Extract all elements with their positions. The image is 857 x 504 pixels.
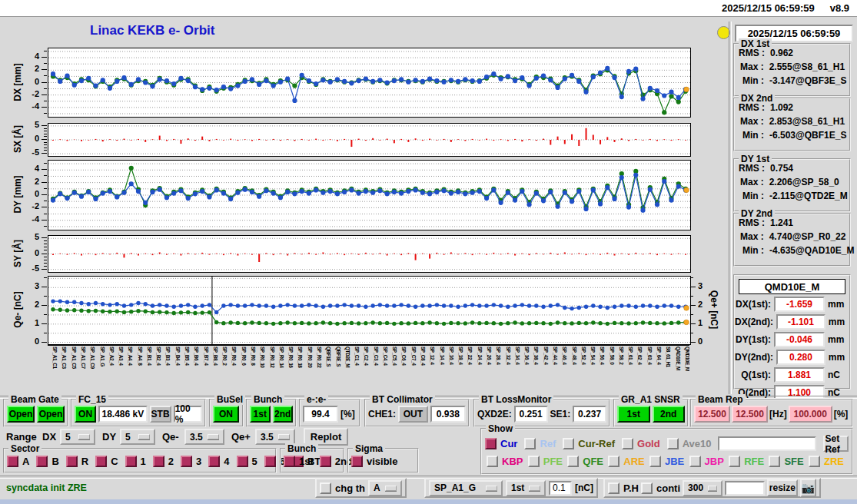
- checkbox-indicator[interactable]: [320, 482, 331, 494]
- checkbox-indicator[interactable]: [264, 456, 276, 467]
- show-checkbox-jbp[interactable]: JBP: [689, 456, 724, 467]
- show-checkbox-sfe[interactable]: SFE: [769, 456, 803, 467]
- checkbox-indicator[interactable]: [567, 456, 579, 467]
- bunch-1st-button[interactable]: 1st: [250, 406, 271, 423]
- checkbox-indicator[interactable]: [125, 456, 137, 467]
- chg-th-checkbox[interactable]: chg th: [320, 482, 365, 494]
- dy-1st-max: Max :2.206@SP_58_0: [740, 177, 849, 187]
- checkbox-indicator[interactable]: [528, 456, 540, 467]
- camera-button[interactable]: 📷: [800, 479, 816, 497]
- bpm-label: SP_36_4: [524, 346, 530, 364]
- fc15-stb-button[interactable]: STB: [150, 406, 171, 423]
- chg-th-dropdown[interactable]: A: [368, 480, 402, 496]
- sector-checkbox-r[interactable]: R: [66, 456, 88, 467]
- checkbox-indicator[interactable]: [485, 438, 497, 449]
- bunch-checkbox-1st[interactable]: 1st: [284, 456, 314, 467]
- checkbox-indicator[interactable]: [689, 456, 701, 467]
- checkbox-indicator[interactable]: [809, 456, 820, 467]
- blank-input[interactable]: [725, 481, 765, 496]
- bunch-2nd-button[interactable]: 2nd: [273, 406, 294, 423]
- bunch-select-dropdown[interactable]: 1st: [506, 480, 546, 496]
- show-checkbox-kbp[interactable]: KBP: [487, 456, 523, 467]
- sector-checkbox-b[interactable]: B: [36, 456, 58, 467]
- show-checkbox-cur[interactable]: Cur: [485, 438, 517, 449]
- checkbox-indicator[interactable]: [563, 438, 574, 449]
- checkbox-indicator[interactable]: [95, 456, 107, 467]
- gr-snsr-title: GR_A1 SNSR: [619, 394, 683, 405]
- dx-orbit-plot[interactable]: [48, 48, 691, 118]
- checkbox-indicator[interactable]: [769, 456, 780, 467]
- ref-file-input[interactable]: [718, 436, 816, 451]
- beam-gate-open-button-2[interactable]: Open: [37, 406, 65, 423]
- charge-plot[interactable]: [48, 276, 691, 345]
- checkbox-indicator[interactable]: [524, 438, 536, 449]
- sector-checkbox-c[interactable]: C: [95, 456, 118, 467]
- checkbox-indicator[interactable]: [608, 456, 619, 467]
- beam-rep-group: Beam Rep 12.500 12.500 [Hz] 100.000 [%]: [690, 399, 853, 427]
- bpm-label: SP_A1_C5: [71, 346, 77, 369]
- sector-checkbox-4[interactable]: 4: [208, 456, 229, 467]
- checkbox-indicator[interactable]: [641, 482, 653, 494]
- checkbox-indicator[interactable]: [284, 456, 295, 467]
- sector-checkbox-a[interactable]: A: [7, 456, 29, 467]
- range-dy-dropdown[interactable]: 5: [120, 429, 155, 445]
- show-checkbox-are[interactable]: ARE: [608, 456, 644, 467]
- checkbox-label: Gold: [637, 438, 660, 449]
- sigma-checkbox-visible[interactable]: visible: [351, 456, 397, 467]
- che1-out-button[interactable]: OUT: [398, 406, 428, 423]
- gr-snsr-2nd-button[interactable]: 2nd: [653, 406, 686, 423]
- checkbox-indicator[interactable]: [667, 438, 679, 449]
- checkbox-label: Cur: [500, 438, 517, 449]
- sector-checkbox-1[interactable]: 1: [125, 456, 146, 467]
- gr-snsr-1st-button[interactable]: 1st: [617, 406, 650, 423]
- show-checkbox-rfe[interactable]: RFE: [729, 456, 764, 467]
- sector-checkbox-3[interactable]: 3: [181, 456, 201, 467]
- dy-orbit-plot[interactable]: [48, 160, 691, 230]
- range-qep-dropdown[interactable]: 3.5: [255, 429, 295, 445]
- show-checkbox-zre[interactable]: ZRE: [809, 456, 844, 467]
- camera-icon: 📷: [802, 482, 815, 494]
- show-checkbox-cur-ref[interactable]: Cur-Ref: [563, 438, 615, 449]
- checkbox-indicator[interactable]: [7, 456, 18, 467]
- busel-on-button[interactable]: ON: [213, 406, 239, 423]
- show-checkbox-ave10[interactable]: Ave10: [667, 438, 712, 449]
- dy-1st-rms: RMS :0.754: [739, 163, 849, 174]
- points-dropdown[interactable]: 300: [683, 480, 722, 496]
- checkbox-indicator[interactable]: [649, 456, 661, 467]
- show-checkbox-gold[interactable]: Gold: [622, 438, 660, 449]
- checkbox-indicator[interactable]: [237, 456, 248, 467]
- checkbox-indicator[interactable]: [622, 438, 633, 449]
- checkbox-indicator[interactable]: [181, 456, 192, 467]
- checkbox-indicator[interactable]: [153, 456, 164, 467]
- show-checkbox-ref[interactable]: Ref: [524, 438, 556, 449]
- resize-button[interactable]: resize: [767, 479, 797, 496]
- sp-select-dropdown[interactable]: SP_A1_G: [429, 480, 503, 496]
- show-checkbox-pfe[interactable]: PFE: [528, 456, 563, 467]
- set-ref-button[interactable]: Set Ref: [823, 436, 849, 452]
- sx-sigma-plot[interactable]: [48, 123, 691, 157]
- threshold-input[interactable]: [549, 481, 572, 496]
- dx-1st-stats-panel: DX 1st RMS :0.962 Max :2.555@S8_61_H1 Mi…: [733, 43, 851, 97]
- checkbox-indicator[interactable]: [66, 456, 78, 467]
- show-checkbox-qfe[interactable]: QFE: [567, 456, 603, 467]
- checkbox-indicator[interactable]: [729, 456, 740, 467]
- checkbox-indicator[interactable]: [608, 482, 619, 494]
- fc15-on-button[interactable]: ON: [75, 406, 96, 423]
- dropdown-handle-icon: [78, 434, 90, 439]
- sector-checkbox-2[interactable]: 2: [153, 456, 174, 467]
- checkbox-indicator[interactable]: [351, 456, 363, 467]
- range-qem-dropdown[interactable]: 3.5: [184, 429, 224, 445]
- sector-checkbox-5[interactable]: 5: [237, 456, 257, 467]
- checkbox-indicator[interactable]: [208, 456, 220, 467]
- checkbox-indicator[interactable]: [487, 456, 498, 467]
- range-dx-dropdown[interactable]: 5: [60, 429, 95, 445]
- checkbox-indicator[interactable]: [36, 456, 48, 467]
- qe-right-axis-ticks: 3210: [690, 276, 709, 343]
- checkbox-indicator[interactable]: [320, 456, 331, 467]
- ratio-title: e-:e-: [304, 394, 328, 405]
- sy-sigma-plot[interactable]: [48, 235, 691, 273]
- ph-checkbox[interactable]: P.H: [608, 482, 639, 494]
- show-checkbox-jbe[interactable]: JBE: [649, 456, 684, 467]
- conti-checkbox[interactable]: conti: [641, 482, 680, 494]
- beam-gate-open-button-1[interactable]: Open: [7, 406, 35, 423]
